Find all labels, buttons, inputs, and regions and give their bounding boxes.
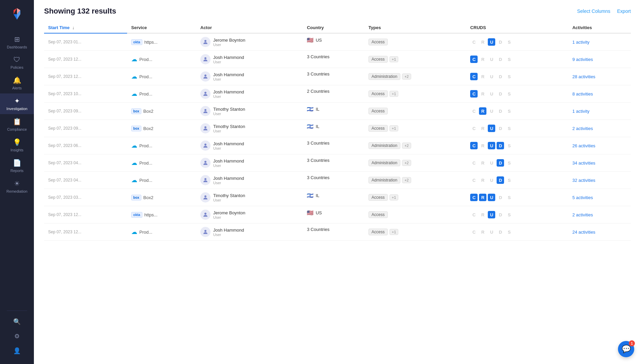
activities-cell[interactable]: 24 activities <box>568 223 631 241</box>
svg-point-5 <box>204 40 206 42</box>
crud-r: R <box>479 228 486 236</box>
crud-s: S <box>505 211 513 218</box>
crud-s: S <box>505 90 513 98</box>
crud-r: R <box>479 159 486 167</box>
service-cell: ☁ Prod... <box>127 223 196 241</box>
sidebar-item-investigation[interactable]: ✦ Investigation <box>0 93 34 114</box>
type-extra: +1 <box>389 125 399 131</box>
crud-d: D <box>497 38 504 46</box>
activities-cell[interactable]: 5 activities <box>568 189 631 206</box>
sidebar-item-remediation[interactable]: ☀ Remediation <box>0 176 34 197</box>
svg-point-6 <box>204 57 206 59</box>
sidebar-search-button[interactable]: 🔍 <box>0 315 34 328</box>
start-time-cell: Sep 07, 2023 12... <box>44 51 127 68</box>
activities-cell[interactable]: 8 activities <box>568 85 631 103</box>
service-name: Prod... <box>139 178 152 183</box>
sidebar-item-insights[interactable]: 💡 Insights <box>0 135 34 155</box>
service-name: Prod... <box>139 91 152 97</box>
actor-name: Jerome Boynton <box>213 38 245 43</box>
crud-u: U <box>488 228 495 236</box>
actor-role: User <box>213 198 245 202</box>
crud-r: R <box>479 90 486 98</box>
insights-icon: 💡 <box>13 138 21 146</box>
table-row: Sep 07, 2023 09... box Box2 Timothy Stan… <box>44 120 631 137</box>
crud-s: S <box>505 38 513 46</box>
type-badge: Access <box>368 39 388 45</box>
country-cell: 🇮🇱 IL <box>303 103 364 116</box>
sidebar-settings-button[interactable]: ⚙ <box>0 330 34 343</box>
activities-cell[interactable]: 34 activities <box>568 154 631 172</box>
sidebar-item-label: Alerts <box>12 86 22 90</box>
activities-cell[interactable]: 9 activities <box>568 51 631 68</box>
select-columns-button[interactable]: Select Columns <box>577 8 610 14</box>
service-cell: box Box2 <box>127 189 196 206</box>
crud-c: C <box>470 90 478 98</box>
crud-s: S <box>505 73 513 80</box>
logo <box>7 3 27 25</box>
actor-avatar <box>200 106 211 116</box>
type-extra: +1 <box>389 91 399 97</box>
activities-cell[interactable]: 28 activities <box>568 68 631 85</box>
actor-role: User <box>213 164 244 168</box>
type-badge: Access <box>368 229 388 235</box>
sidebar-item-dashboards[interactable]: ⊞ Dashboards <box>0 32 34 52</box>
crud-c: C <box>470 159 478 167</box>
crud-d: D <box>497 211 504 218</box>
country-cell: 🇮🇱 IL <box>303 120 364 133</box>
flag-icon: 🇮🇱 <box>307 192 314 199</box>
types-cell: Access+1 <box>364 189 466 206</box>
crud-r: R <box>479 56 486 63</box>
start-time-cell: Sep 07, 2023 10... <box>44 85 127 103</box>
sidebar-item-label: Insights <box>11 148 23 152</box>
types-cell: Administration+2 <box>364 154 466 172</box>
header-actions: Select Columns Export <box>577 8 631 14</box>
activities-cell[interactable]: 1 activity <box>568 103 631 120</box>
col-start-time[interactable]: Start Time ↓ <box>44 22 127 33</box>
col-service: Service <box>127 22 196 33</box>
service-cell: box Box2 <box>127 103 196 120</box>
service-name: Box2 <box>143 109 154 114</box>
type-badge: Access <box>368 125 388 132</box>
service-cell: ☁ Prod... <box>127 85 196 103</box>
sidebar-item-reports[interactable]: 📄 Reports <box>0 155 34 176</box>
start-time-cell: Sep 07, 2023 04... <box>44 154 127 172</box>
sidebar-item-policies[interactable]: 🛡 Policies <box>0 52 34 73</box>
crud-r: R <box>479 194 486 201</box>
actor-name: Josh Hammond <box>213 72 244 77</box>
crud-r: R <box>479 107 486 115</box>
sort-icon: ↓ <box>72 25 75 30</box>
start-time-cell: Sep 07, 2023 09... <box>44 103 127 120</box>
activities-cell[interactable]: 26 activities <box>568 137 631 154</box>
dashboards-icon: ⊞ <box>14 35 20 43</box>
activities-cell[interactable]: 32 activities <box>568 172 631 189</box>
types-cell: Access+1 <box>364 223 466 241</box>
activities-cell[interactable]: 2 activities <box>568 120 631 137</box>
sidebar-item-alerts[interactable]: 🔔 Alerts <box>0 73 34 93</box>
cruds-cell: CRUDS <box>466 120 568 137</box>
chat-button[interactable]: 💬 1 <box>618 341 634 357</box>
start-time-cell: Sep 07, 2023 09... <box>44 120 127 137</box>
crud-u: U <box>488 211 495 218</box>
activities-cell[interactable]: 2 activities <box>568 206 631 223</box>
crud-d: D <box>497 194 504 201</box>
sidebar-profile-button[interactable]: 👤 <box>0 344 34 357</box>
sidebar-item-compliance[interactable]: 📋 Compliance <box>0 114 34 135</box>
table-row: Sep 07, 2023 03... box Box2 Timothy Stan… <box>44 189 631 206</box>
col-activities: Activities <box>568 22 631 33</box>
service-name: Prod... <box>139 74 152 79</box>
crud-r: R <box>479 142 486 149</box>
service-name: https... <box>144 212 158 217</box>
table-row: Sep 07, 2023 04... ☁ Prod... Josh Hammon… <box>44 154 631 172</box>
cruds-cell: CRUDS <box>466 223 568 241</box>
actor-cell: Jerome Boynton User <box>196 206 303 223</box>
type-badge: Access <box>368 108 388 114</box>
export-button[interactable]: Export <box>617 8 631 14</box>
type-badge: Administration <box>368 159 400 166</box>
actor-avatar <box>200 37 211 47</box>
table-row: Sep 07, 2023 12... ☁ Prod... Josh Hammon… <box>44 51 631 68</box>
types-cell: Access+1 <box>364 85 466 103</box>
cruds-cell: CRUDS <box>466 68 568 85</box>
flag-icon: 🇮🇱 <box>307 123 314 130</box>
svg-point-8 <box>204 92 206 94</box>
activities-cell[interactable]: 1 activity <box>568 33 631 51</box>
